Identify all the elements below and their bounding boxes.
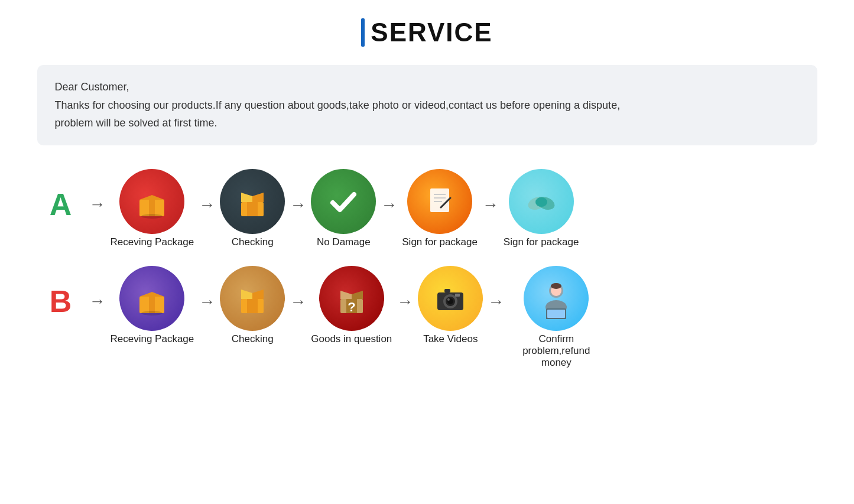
- step-a4-label: Sign for package: [402, 236, 478, 248]
- svg-marker-27: [340, 291, 352, 299]
- step-a2: Checking: [220, 169, 285, 248]
- svg-rect-5: [247, 202, 258, 216]
- svg-rect-19: [149, 297, 155, 313]
- step-a5-label: Sign for package: [504, 236, 579, 248]
- notice-line2: Thanks for choosing our products.If any …: [55, 96, 800, 115]
- svg-point-39: [551, 283, 561, 289]
- svg-marker-7: [252, 193, 264, 202]
- step-a2-label: Checking: [232, 236, 274, 248]
- svg-point-16: [535, 197, 547, 207]
- arrow-a4: →: [482, 196, 499, 214]
- page-title-container: SERVICE: [361, 18, 492, 47]
- step-a4: Sign for package: [402, 169, 478, 248]
- step-a5: Sign for package: [504, 169, 579, 248]
- arrow-b2: →: [290, 292, 306, 311]
- icon-a2: [220, 169, 285, 234]
- flow-section-b: B → Receving Package →: [37, 266, 817, 369]
- arrow-a0: →: [89, 195, 106, 214]
- svg-text:?: ?: [348, 300, 355, 314]
- svg-rect-35: [455, 294, 460, 297]
- arrow-a3: →: [381, 196, 397, 214]
- svg-marker-24: [252, 290, 264, 299]
- step-b3-label: Goods in question: [311, 333, 392, 345]
- notice-line3: problem will be solved at first time.: [55, 114, 800, 132]
- icon-b1: [119, 266, 184, 331]
- step-a3-label: No Damage: [317, 236, 371, 248]
- step-b5-label: Confirm problem,refund money: [509, 333, 603, 369]
- arrow-b4: →: [488, 292, 504, 311]
- arrow-a2: →: [290, 196, 306, 214]
- notice-box: Dear Customer, Thanks for choosing our p…: [37, 65, 817, 145]
- step-a1-label: Receving Package: [111, 236, 194, 248]
- icon-a1: [119, 169, 184, 234]
- step-b2-label: Checking: [232, 333, 274, 345]
- step-b4: Take Videos: [418, 266, 483, 345]
- svg-marker-23: [241, 290, 252, 299]
- arrow-a1: →: [199, 196, 215, 214]
- flow-section-a: A → Recevin: [37, 169, 817, 248]
- step-a3: No Damage: [311, 169, 376, 248]
- svg-rect-8: [430, 188, 449, 212]
- svg-rect-42: [547, 310, 565, 318]
- svg-point-36: [447, 298, 450, 301]
- row-a-label: A: [37, 187, 85, 222]
- svg-rect-22: [247, 299, 258, 313]
- svg-rect-34: [444, 289, 450, 292]
- step-b1-label: Receving Package: [111, 333, 194, 345]
- step-b1: Receving Package: [111, 266, 194, 345]
- svg-point-20: [141, 311, 163, 316]
- step-b5: Confirm problem,refund money: [509, 266, 603, 369]
- icon-a5: [509, 169, 574, 234]
- arrow-b0: →: [89, 292, 106, 311]
- svg-marker-1: [139, 195, 164, 200]
- svg-marker-18: [139, 292, 164, 297]
- step-b4-label: Take Videos: [423, 333, 478, 345]
- icon-b5: [524, 266, 589, 331]
- icon-b4: [418, 266, 483, 331]
- notice-line1: Dear Customer,: [55, 78, 800, 96]
- svg-rect-2: [149, 200, 155, 216]
- step-b3: ? Goods in question: [311, 266, 392, 345]
- arrow-b3: →: [397, 292, 413, 311]
- icon-b2: [220, 266, 285, 331]
- svg-marker-28: [352, 291, 363, 299]
- step-a1: Receving Package: [111, 169, 194, 248]
- icon-a4: [407, 169, 472, 234]
- step-b2: Checking: [220, 266, 285, 345]
- icon-b3: ?: [319, 266, 384, 331]
- row-b-label: B: [37, 284, 85, 319]
- title-accent-bar: [361, 18, 365, 47]
- icon-a3: [311, 169, 376, 234]
- svg-marker-6: [241, 193, 252, 202]
- page-title: SERVICE: [371, 18, 492, 47]
- svg-point-3: [141, 214, 163, 219]
- arrow-b1: →: [199, 292, 215, 311]
